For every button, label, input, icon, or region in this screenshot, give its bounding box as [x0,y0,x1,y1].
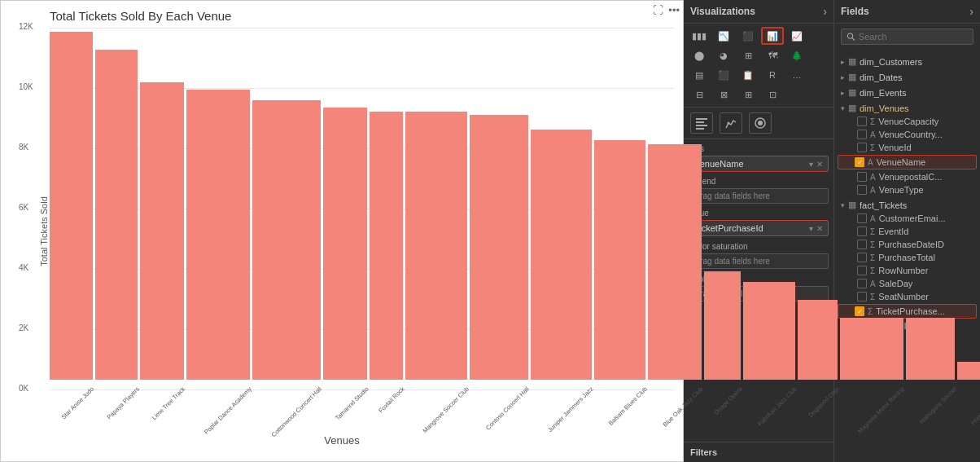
bar [252,100,320,380]
bar-item[interactable]: Mahogany Soccer [906,28,955,390]
fields-panel-header: Fields › [834,0,980,24]
fields-expand-icon[interactable]: › [969,5,973,18]
bar-label: Mangrove Soccer Club [422,385,470,434]
bar [50,32,93,380]
filters-label: Filters [690,447,717,457]
y-tick-label: 12K [19,22,33,31]
bar [840,318,903,380]
bar [323,108,367,380]
bar [906,318,955,380]
bar-item[interactable]: Hornbeam HipHop [957,28,980,390]
bar-label: Contoso Concert Hall [484,385,531,432]
bar-label: Juniper Jammers Jazz [546,385,594,433]
bar-item[interactable]: Star Anise Judo [50,28,93,390]
viz-panel-header: Visualizations › [684,0,833,24]
bar-label: Cottonwood Concert Hall [270,385,323,438]
bar-label: Foxtail Rock [377,385,406,415]
bar-item[interactable]: Poplar Dance Academy [186,28,250,390]
bar-item[interactable]: Osage Opera [704,28,741,390]
bar-item[interactable]: Mangrove Soccer Club [405,28,467,390]
chart-title: Total Tickets Sold By Each Venue [50,9,675,23]
y-tick-label: 4K [19,263,28,272]
bar [957,362,980,380]
expand-icon[interactable]: ⛶ [653,4,663,16]
bar-item[interactable]: Magnolia Motor Racing [840,28,903,390]
bar-label: Papaya Players [105,385,141,421]
chart-toolbar: ⛶ ••• [653,4,680,16]
bar [186,90,250,380]
y-tick-label: 2K [19,323,28,332]
bar-label: Tamarind Studio [334,385,370,422]
chart-container: ⛶ ••• Total Tickets Sold By Each Venue T… [0,0,684,462]
bar-item[interactable]: Balsam Blues Club [594,28,645,390]
viz-panel-title: Visualizations [690,6,755,17]
bar-item[interactable]: Foxtail Rock [370,28,403,390]
bars-container: Star Anise JudoPapaya PlayersLime Tree T… [50,28,675,390]
y-tick-label: 8K [19,143,28,152]
bar-label: Lime Tree Track [151,385,186,421]
bar [798,300,838,380]
bar-chart: 12K10K8K6K4K2K0K Star Anise JudoPapaya P… [50,28,675,390]
bar-item[interactable]: Papaya Players [95,28,138,390]
y-tick-label: 10K [19,82,33,91]
more-icon[interactable]: ••• [668,4,680,16]
y-tick-label: 0K [19,384,28,393]
y-tick-label: 6K [19,203,28,212]
filters-bar: Filters [684,442,833,462]
bar-item[interactable]: Cottonwood Concert Hall [252,28,320,390]
bar [405,112,467,380]
bar-item[interactable]: Fabrikan Jazz Club [743,28,795,390]
bar-item[interactable]: Juniper Jammers Jazz [531,28,592,390]
bar-item[interactable]: Tamarind Studio [323,28,367,390]
bar [531,130,592,380]
bar-item[interactable]: Lime Tree Track [140,28,184,390]
bar [140,82,184,380]
fields-panel-title: Fields [841,6,869,17]
y-axis-label: Total Tickets Sold [39,196,49,266]
x-axis-label: Venues [324,434,359,447]
bar-label: Balsam Blues Club [606,385,648,427]
bar [648,144,702,380]
bar [743,282,795,380]
bar-item[interactable]: Contoso Concert Hall [470,28,527,390]
bar [594,140,645,380]
bar-item[interactable]: Blue Oak Jazz Club [648,28,702,390]
bar-label: Star Anise Judo [60,385,96,421]
bar [370,112,403,380]
bar [95,50,138,380]
viz-expand-icon[interactable]: › [823,5,827,18]
bar [470,115,527,380]
bar [704,271,741,381]
bar-item[interactable]: Dogwood Dojo [798,28,838,390]
bar-label: Poplar Dance Academy [203,385,253,436]
